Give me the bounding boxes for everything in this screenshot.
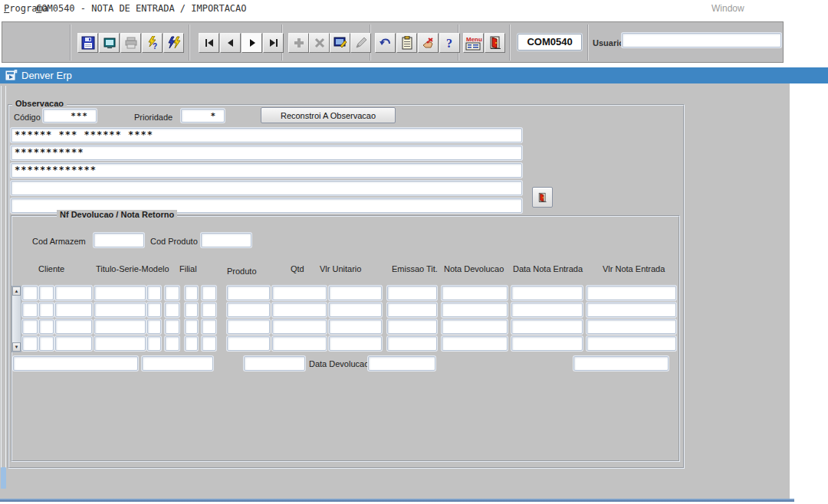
table-cell[interactable] [329,336,382,351]
table-cell[interactable] [22,303,38,317]
table-cell[interactable] [202,336,216,351]
table-cell[interactable] [165,336,179,351]
cod-produto-input[interactable] [201,233,251,247]
table-cell[interactable] [511,303,583,317]
table-cell[interactable] [94,319,146,334]
table-cell[interactable] [147,319,161,334]
table-cell[interactable] [387,286,437,300]
table-cell[interactable] [586,286,676,300]
hand-button[interactable] [418,33,439,53]
edit-button[interactable] [350,33,371,53]
table-cell[interactable] [586,336,676,351]
table-cell[interactable] [22,319,38,334]
table-cell[interactable] [185,303,198,317]
grid-scroll-down-button[interactable]: ▼ [12,342,21,352]
vlr-nota-entrada-total-input[interactable] [573,356,669,371]
observacao-line-input[interactable]: ************* [11,163,522,178]
observacao-line-input[interactable] [11,181,522,195]
table-cell[interactable] [387,303,437,317]
cod-armazem-input[interactable] [94,233,144,247]
table-cell[interactable] [272,303,327,317]
table-cell[interactable] [185,286,198,300]
menu-window[interactable]: Window [711,3,744,14]
table-cell[interactable] [22,336,38,351]
table-cell[interactable] [586,303,676,317]
table-cell[interactable] [272,319,327,334]
table-cell[interactable] [227,336,270,351]
clipboard-button[interactable] [396,33,417,53]
table-cell[interactable] [511,319,583,334]
undo-button[interactable] [375,33,396,53]
observacao-line-input[interactable]: ****** *** ****** **** [11,128,522,142]
list-values-button[interactable] [330,33,350,53]
table-cell[interactable] [94,286,146,300]
delete-record-button[interactable] [309,33,330,53]
footer-field-3[interactable] [244,356,305,371]
table-cell[interactable] [442,303,508,317]
observacao-line-input[interactable]: *********** [11,146,522,160]
table-cell[interactable] [39,286,54,300]
table-cell[interactable] [165,286,179,300]
usuario-input[interactable] [622,33,781,47]
table-cell[interactable] [329,319,382,334]
table-cell[interactable] [442,319,508,334]
table-cell[interactable] [39,319,54,334]
table-cell[interactable] [387,336,437,351]
insert-record-button[interactable] [288,33,309,53]
table-cell[interactable] [227,319,270,334]
table-cell[interactable] [22,286,38,300]
table-cell[interactable] [147,303,161,317]
save-button[interactable] [77,33,98,53]
left-scrollbar-thumb[interactable] [1,467,6,489]
table-cell[interactable] [329,286,382,300]
menu-window-title[interactable]: COM0540 - NOTA DE ENTRADA / IMPORTACAO [36,3,247,14]
table-cell[interactable] [387,319,437,334]
left-scrollbar[interactable] [1,86,6,469]
table-cell[interactable] [39,336,54,351]
screen-button[interactable] [99,33,120,53]
data-devolucao-input[interactable] [368,356,435,371]
table-cell[interactable] [55,319,92,334]
first-record-button[interactable] [199,33,219,53]
previous-record-button[interactable] [220,33,241,53]
table-cell[interactable] [165,319,179,334]
table-cell[interactable] [165,303,179,317]
grid-scroll-up-button[interactable]: ▲ [12,286,21,296]
table-cell[interactable] [147,286,161,300]
exit-button[interactable] [485,33,505,53]
table-cell[interactable] [55,336,92,351]
table-cell[interactable] [39,303,54,317]
help-button[interactable]: ? [439,33,460,53]
last-record-button[interactable] [263,33,284,53]
table-cell[interactable] [202,303,216,317]
table-cell[interactable] [511,286,583,300]
table-cell[interactable] [442,286,508,300]
codigo-input[interactable]: *** [43,109,97,123]
table-cell[interactable] [55,303,92,317]
table-cell[interactable] [227,286,270,300]
observacao-exit-button[interactable] [532,187,553,208]
table-cell[interactable] [185,336,198,351]
execute-query-button[interactable] [163,33,184,53]
table-cell[interactable] [586,319,676,334]
cancel-query-button[interactable]: ? [142,33,163,53]
table-cell[interactable] [442,336,508,351]
table-cell[interactable] [329,303,382,317]
table-cell[interactable] [94,303,146,317]
program-code-field[interactable]: COM0540 [518,34,582,51]
table-cell[interactable] [272,336,327,351]
table-cell[interactable] [94,336,146,351]
table-cell[interactable] [227,303,270,317]
menu-button[interactable]: Menu [463,33,484,53]
footer-field-1[interactable] [13,356,138,371]
footer-field-2[interactable] [142,356,213,371]
table-cell[interactable] [272,286,327,300]
prioridade-input[interactable]: * [181,109,225,123]
reconstroi-observacao-button[interactable]: Reconstroi A Observacao [261,107,396,123]
print-button[interactable] [120,33,141,53]
table-cell[interactable] [511,336,583,351]
next-record-button[interactable] [242,33,262,53]
table-cell[interactable] [55,286,92,300]
grid-scrollbar[interactable]: ▲ ▼ [12,286,21,352]
table-cell[interactable] [147,336,161,351]
